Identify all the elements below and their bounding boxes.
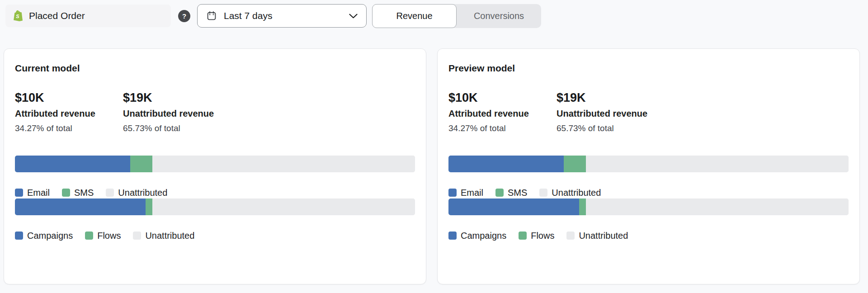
- stat-value: $19K: [123, 90, 231, 105]
- bar-segment-sms: [564, 156, 586, 172]
- stats-row: $10K Attributed revenue 34.27% of total …: [15, 90, 415, 134]
- legend-swatch-flows: [519, 232, 527, 240]
- stat-share: 34.27% of total: [15, 123, 123, 134]
- legend-label-sms: SMS: [74, 187, 94, 198]
- legend-label-unattributed: Unattributed: [118, 187, 167, 198]
- legend-label-unattributed: Unattributed: [145, 230, 194, 241]
- bar-segment-sms: [130, 156, 152, 172]
- bar-segment-unattributed: [586, 198, 849, 215]
- legend-label-sms: SMS: [508, 187, 527, 198]
- metric-view-toggle: Revenue Conversions: [372, 4, 541, 28]
- unattributed-revenue-stat: $19K Unattributed revenue 65.73% of tota…: [123, 90, 231, 134]
- legend-swatch-sms: [62, 189, 70, 197]
- legend-item-unattributed: Unattributed: [106, 187, 167, 198]
- toolbar: S Placed Order ? Last 7 days Revenue Con…: [5, 4, 541, 28]
- card-title: Current model: [15, 62, 415, 74]
- legend-label-unattributed: Unattributed: [579, 230, 628, 241]
- stat-share: 65.73% of total: [557, 123, 665, 134]
- svg-text:S: S: [16, 14, 19, 19]
- toggle-option-conversions[interactable]: Conversions: [457, 4, 541, 28]
- stacked-bar: [15, 156, 415, 172]
- bar-segment-unattributed: [152, 198, 415, 215]
- toggle-option-revenue[interactable]: Revenue: [372, 4, 457, 28]
- bar-segment-flows: [579, 198, 586, 215]
- current-model-card: Current model $10K Attributed revenue 34…: [4, 48, 426, 284]
- calendar-icon: [206, 10, 217, 21]
- legend-item-unattributed: Unattributed: [539, 187, 601, 198]
- legend-swatch-campaigns: [448, 232, 457, 240]
- stat-value: $10K: [15, 90, 123, 105]
- legend-label-campaigns: Campaigns: [461, 230, 506, 241]
- stat-share: 65.73% of total: [123, 123, 231, 134]
- stats-row: $10K Attributed revenue 34.27% of total …: [448, 90, 849, 134]
- legend-item-flows: Flows: [519, 230, 554, 241]
- stacked-bar: [448, 198, 849, 215]
- date-range-value: Last 7 days: [224, 10, 272, 21]
- date-range-select[interactable]: Last 7 days: [197, 4, 367, 28]
- legend-swatch-email: [448, 189, 457, 197]
- shopify-bag-icon: S: [13, 10, 23, 22]
- legend: EmailSMSUnattributed: [448, 187, 849, 198]
- preview-model-card: Preview model $10K Attributed revenue 34…: [437, 48, 860, 284]
- legend-label-email: Email: [461, 187, 483, 198]
- stat-label: Attributed revenue: [15, 108, 123, 119]
- legend-item-unattributed: Unattributed: [133, 230, 194, 241]
- legend-swatch-unattributed: [539, 189, 547, 197]
- legend-item-sms: SMS: [495, 187, 527, 198]
- help-icon[interactable]: ?: [178, 10, 190, 22]
- bar-segment-campaigns: [448, 198, 579, 215]
- stat-value: $10K: [448, 90, 557, 105]
- legend-label-email: Email: [27, 187, 50, 198]
- legend-label-unattributed: Unattributed: [552, 187, 601, 198]
- chevron-down-icon: [349, 14, 358, 19]
- legend-swatch-sms: [495, 189, 504, 197]
- legend-swatch-unattributed: [106, 189, 114, 197]
- legend-item-flows: Flows: [85, 230, 121, 241]
- bar-segment-email: [448, 156, 564, 172]
- metric-selector-chip[interactable]: S Placed Order: [5, 5, 171, 27]
- bar-segment-flows: [146, 198, 152, 215]
- stacked-bar: [15, 198, 415, 215]
- attributed-revenue-stat: $10K Attributed revenue 34.27% of total: [15, 90, 123, 134]
- legend-swatch-unattributed: [133, 232, 141, 240]
- legend-item-campaigns: Campaigns: [15, 230, 73, 241]
- stat-label: Attributed revenue: [448, 108, 557, 119]
- metric-name: Placed Order: [29, 10, 85, 21]
- bar-segment-campaigns: [15, 198, 146, 215]
- legend-label-flows: Flows: [97, 230, 121, 241]
- model-comparison-cards: Current model $10K Attributed revenue 34…: [4, 48, 860, 284]
- bar-segment-unattributed: [152, 156, 415, 172]
- bar-segment-unattributed: [586, 156, 849, 172]
- legend: EmailSMSUnattributed: [15, 187, 415, 198]
- card-title: Preview model: [448, 62, 849, 74]
- legend-item-sms: SMS: [62, 187, 94, 198]
- channel-breakdown-chart: EmailSMSUnattributed: [448, 156, 849, 198]
- attributed-revenue-stat: $10K Attributed revenue 34.27% of total: [448, 90, 557, 134]
- stacked-bar: [448, 156, 849, 172]
- stat-label: Unattributed revenue: [557, 108, 665, 119]
- stat-value: $19K: [557, 90, 665, 105]
- legend-item-campaigns: Campaigns: [448, 230, 506, 241]
- channel-breakdown-chart: EmailSMSUnattributed: [15, 156, 415, 198]
- legend-item-email: Email: [15, 187, 50, 198]
- legend-label-campaigns: Campaigns: [27, 230, 73, 241]
- legend: CampaignsFlowsUnattributed: [448, 230, 849, 241]
- legend-label-flows: Flows: [531, 230, 554, 241]
- legend-swatch-campaigns: [15, 232, 23, 240]
- legend-swatch-unattributed: [566, 232, 575, 240]
- stat-label: Unattributed revenue: [123, 108, 231, 119]
- bar-segment-email: [15, 156, 130, 172]
- legend-swatch-email: [15, 189, 23, 197]
- unattributed-revenue-stat: $19K Unattributed revenue 65.73% of tota…: [557, 90, 665, 134]
- question-mark-glyph: ?: [182, 12, 186, 20]
- message-type-breakdown-chart: CampaignsFlowsUnattributed: [15, 198, 415, 241]
- legend-item-unattributed: Unattributed: [566, 230, 628, 241]
- stat-share: 34.27% of total: [448, 123, 557, 134]
- message-type-breakdown-chart: CampaignsFlowsUnattributed: [448, 198, 849, 241]
- legend-swatch-flows: [85, 232, 93, 240]
- legend: CampaignsFlowsUnattributed: [15, 230, 415, 241]
- legend-item-email: Email: [448, 187, 483, 198]
